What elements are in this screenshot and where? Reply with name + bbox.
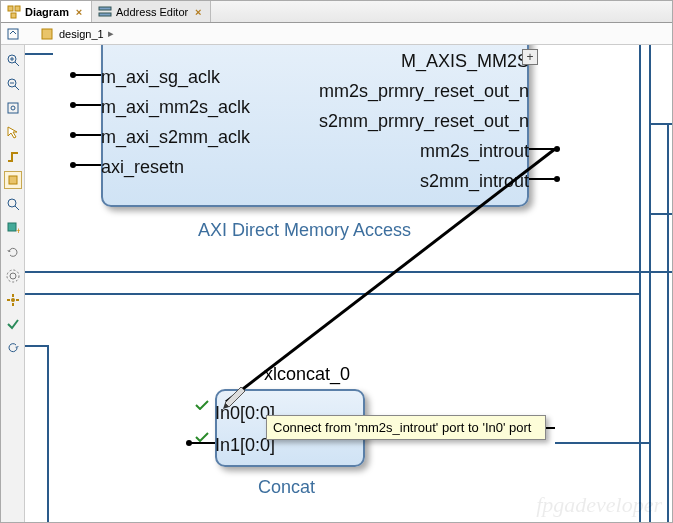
- tab-label: Diagram: [25, 6, 69, 18]
- refresh-icon[interactable]: [4, 243, 22, 261]
- svg-rect-6: [42, 29, 52, 39]
- svg-line-8: [15, 62, 19, 66]
- port-label[interactable]: M_AXIS_MM2S: [401, 51, 529, 72]
- tooltip: Connect from 'mm2s_introut' port to 'In0…: [266, 415, 546, 440]
- block-title: AXI Direct Memory Access: [198, 220, 411, 241]
- watermark: fpgadeveloper: [536, 492, 662, 518]
- validate-icon[interactable]: [4, 315, 22, 333]
- expand-interface-icon[interactable]: +: [522, 49, 538, 65]
- port-label[interactable]: m_axi_sg_aclk: [101, 67, 220, 88]
- zoom-in-icon[interactable]: [4, 51, 22, 69]
- gear-icon[interactable]: [4, 291, 22, 309]
- svg-point-22: [7, 270, 19, 282]
- block-title: Concat: [258, 477, 315, 498]
- port-label[interactable]: s2mm_introut: [420, 171, 529, 192]
- select-icon[interactable]: [4, 123, 22, 141]
- svg-rect-2: [11, 13, 16, 18]
- svg-point-23: [11, 298, 15, 302]
- svg-rect-16: [9, 176, 17, 184]
- svg-rect-4: [99, 13, 111, 16]
- diagram-icon: [7, 5, 21, 19]
- zoom-fit-icon[interactable]: [4, 99, 22, 117]
- maximize-icon[interactable]: [3, 24, 23, 44]
- port-label[interactable]: mm2s_introut: [420, 141, 529, 162]
- svg-text:+: +: [16, 226, 20, 235]
- svg-point-21: [10, 273, 16, 279]
- port-label[interactable]: axi_resetn: [101, 157, 184, 178]
- highlight-icon[interactable]: [4, 171, 22, 189]
- tab-address-editor[interactable]: Address Editor ×: [92, 1, 211, 22]
- zoom-out-icon[interactable]: [4, 75, 22, 93]
- svg-line-12: [15, 86, 19, 90]
- port-label[interactable]: s2mm_prmry_reset_out_n: [319, 111, 529, 132]
- chevron-right-icon: ▸: [108, 27, 114, 40]
- design-icon: [37, 24, 57, 44]
- svg-point-17: [8, 199, 16, 207]
- tab-label: Address Editor: [116, 6, 188, 18]
- port-label[interactable]: mm2s_prmry_reset_out_n: [319, 81, 529, 102]
- svg-point-15: [11, 106, 15, 110]
- block-axi-dma[interactable]: m_axi_sg_aclk m_axi_mm2s_aclk m_axi_s2mm…: [101, 45, 529, 207]
- port-label[interactable]: m_axi_s2mm_aclk: [101, 127, 250, 148]
- toolbox: +: [1, 45, 25, 522]
- check-icon: [195, 400, 209, 410]
- rotate-icon[interactable]: [4, 339, 22, 357]
- breadcrumb: design_1 ▸: [1, 23, 672, 45]
- svg-rect-14: [8, 103, 18, 113]
- canvas[interactable]: m_axi_sg_aclk m_axi_mm2s_aclk m_axi_s2mm…: [25, 45, 672, 522]
- svg-rect-0: [8, 6, 13, 11]
- instance-label: xlconcat_0: [264, 364, 350, 385]
- route-icon[interactable]: [4, 147, 22, 165]
- svg-rect-1: [15, 6, 20, 11]
- port-label[interactable]: m_axi_mm2s_aclk: [101, 97, 250, 118]
- tab-bar: Diagram × Address Editor ×: [1, 1, 672, 23]
- svg-line-18: [15, 206, 19, 210]
- close-icon[interactable]: ×: [73, 6, 85, 18]
- address-editor-icon: [98, 5, 112, 19]
- tab-diagram[interactable]: Diagram ×: [1, 1, 92, 22]
- svg-rect-19: [8, 223, 16, 231]
- close-icon[interactable]: ×: [192, 6, 204, 18]
- breadcrumb-item[interactable]: design_1: [59, 28, 104, 40]
- add-ip-icon[interactable]: +: [4, 219, 22, 237]
- svg-rect-3: [99, 7, 111, 10]
- check-icon: [195, 432, 209, 442]
- search-icon[interactable]: [4, 195, 22, 213]
- settings-icon[interactable]: [4, 267, 22, 285]
